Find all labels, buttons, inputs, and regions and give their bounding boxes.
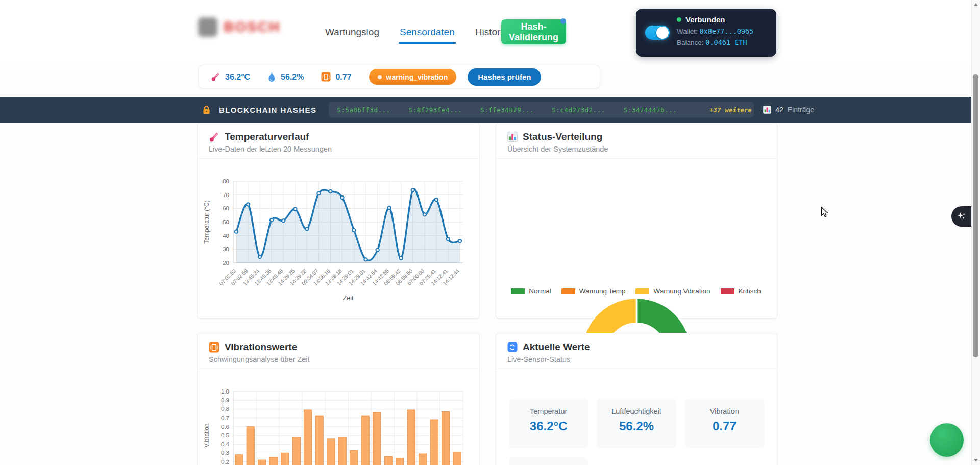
hash-entry: S:8f293fe4... — [409, 106, 462, 114]
stat-label: Temperatur — [509, 407, 588, 415]
bar-chart-icon — [507, 132, 518, 142]
svg-text:0.2: 0.2 — [221, 459, 229, 465]
sparkles-icon — [957, 211, 967, 222]
card-title: Temperaturverlauf — [225, 131, 309, 142]
scrollbar-down-arrow[interactable] — [974, 459, 978, 462]
hash-validation-button[interactable]: Hash-Validierung — [501, 19, 566, 44]
toggle-knob — [656, 27, 669, 39]
card-title-row: Status-Verteilung — [507, 131, 766, 142]
stat-box-humidity: Luftfeuchtigkeit 56.2% — [597, 399, 676, 448]
temperature-chip: 36.2°C — [211, 72, 250, 82]
legend-label: Warnung Temp — [579, 287, 626, 295]
svg-text:80: 80 — [223, 178, 229, 184]
stat-value: 36.2°C — [509, 419, 588, 433]
svg-text:0.6: 0.6 — [221, 424, 229, 430]
wallet-status: Verbunden — [677, 15, 753, 24]
blockchain-hashes-bar: BLOCKCHAIN HASHES S:5a0bff3d... S:8f293f… — [0, 97, 980, 123]
wallet-info: Verbunden Wallet: 0x8e77...0965 Balance:… — [677, 15, 753, 46]
svg-text:Vibration: Vibration — [203, 423, 210, 447]
humidity-value: 56.2% — [281, 72, 304, 82]
blockchain-title: BLOCKCHAIN HASHES — [219, 106, 316, 114]
legend-item-normal: Normal — [511, 287, 551, 295]
refresh-icon — [507, 342, 518, 352]
card-title-row: Vibrationswerte — [209, 341, 468, 353]
stat-label: Vibration — [685, 407, 764, 415]
hash-entry: S:c4d273d2... — [552, 106, 605, 114]
connected-dot-icon — [677, 17, 681, 22]
svg-text:40: 40 — [223, 233, 229, 239]
card-header: Temperaturverlauf Live-Daten der letzten… — [198, 123, 479, 159]
lock-icon — [202, 105, 211, 115]
vibration-bar-chart: 1.00.90.80.70.60.50.40.30.20.107:02:5207… — [202, 380, 472, 465]
badge-dot-icon — [378, 75, 382, 79]
card-subtitle: Live-Daten der letzten 20 Messungen — [209, 145, 468, 153]
sensor-status-bar: 36.2°C 56.2% 0.77 warning_vibration Hash… — [198, 65, 600, 89]
stat-box-temperature: Temperatur 36.2°C — [509, 399, 588, 448]
svg-text:Temperatur (°C): Temperatur (°C) — [203, 200, 210, 243]
balance-value: 0.0461 ETH — [705, 38, 747, 46]
hash-entry: S:3474447b... — [624, 106, 677, 114]
vibration-chip: 0.77 — [321, 72, 351, 82]
stat-label: Luftfeuchtigkeit — [597, 407, 676, 415]
svg-text:0.7: 0.7 — [221, 415, 229, 421]
vibration-chart-card: Vibrationswerte Schwingungsanalyse über … — [197, 333, 480, 465]
svg-text:50: 50 — [223, 219, 229, 225]
card-title: Vibrationswerte — [225, 341, 297, 353]
svg-text:60: 60 — [223, 205, 229, 211]
entries-count-value: 42 — [775, 106, 783, 114]
bar-chart-icon — [763, 106, 771, 114]
legend-item-warnung-vibration: Warnung Vibration — [635, 287, 710, 295]
card-header: Vibrationswerte Schwingungsanalyse über … — [198, 333, 479, 369]
nav-item-wartungslog[interactable]: Wartungslog — [325, 27, 379, 43]
entries-count: 42 Einträge — [763, 106, 814, 114]
svg-text:0.3: 0.3 — [221, 450, 229, 456]
wallet-status-label: Verbunden — [685, 15, 725, 24]
svg-text:0.9: 0.9 — [221, 397, 229, 403]
legend-swatch — [721, 288, 734, 294]
balance-label: Balance: — [677, 39, 704, 46]
legend-item-kritisch: Kritisch — [721, 287, 761, 295]
vibration-value: 0.77 — [335, 72, 351, 82]
svg-text:70: 70 — [223, 192, 229, 198]
thermometer-icon — [211, 72, 220, 82]
current-values-card: Aktuelle Werte Live-Sensor-Status Temper… — [496, 333, 777, 465]
warning-badge-label: warning_vibration — [386, 73, 448, 81]
mouse-cursor — [821, 207, 829, 218]
entries-count-label: Einträge — [788, 106, 814, 114]
scrollbar[interactable] — [971, 0, 980, 465]
main-nav: Wartungslog Sensordaten Historie — [325, 27, 508, 43]
svg-text:Zeit: Zeit — [343, 295, 354, 302]
wallet-address-row: Wallet: 0x8e77...0965 — [677, 27, 753, 35]
legend-label: Warnung Vibration — [653, 287, 710, 295]
wallet-address: 0x8e77...0965 — [700, 27, 754, 35]
hash-entry: S:ffe34879... — [480, 106, 533, 114]
svg-text:0.4: 0.4 — [221, 441, 230, 447]
nav-item-sensordaten[interactable]: Sensordaten — [400, 27, 455, 43]
wallet-balance-row: Balance: 0.0461 ETH — [677, 38, 753, 46]
bosch-logo: BOSCH — [198, 17, 280, 37]
top-header: BOSCH Wartungslog Sensordaten Historie H… — [0, 0, 980, 65]
chat-fab-button[interactable] — [930, 423, 964, 457]
card-subtitle: Schwingungsanalyse über Zeit — [209, 355, 468, 363]
card-title-row: Aktuelle Werte — [507, 341, 766, 353]
temperature-value: 36.2°C — [225, 72, 250, 82]
svg-text:20: 20 — [223, 260, 229, 266]
check-hashes-button[interactable]: Hashes prüfen — [468, 68, 541, 86]
hash-entry: S:5a0bff3d... — [337, 106, 390, 114]
card-header: Status-Verteilung Übersicht der Systemzu… — [496, 123, 777, 159]
notification-dot — [560, 18, 566, 24]
droplet-icon — [267, 72, 276, 82]
logo-mark — [198, 17, 217, 37]
svg-text:30: 30 — [223, 246, 229, 252]
scrollbar-up-arrow[interactable] — [974, 3, 978, 6]
wallet-toggle[interactable] — [645, 26, 670, 40]
legend-swatch — [635, 288, 649, 294]
wallet-widget: Verbunden Wallet: 0x8e77...0965 Balance:… — [636, 9, 776, 57]
hash-strip: S:5a0bff3d... S:8f293fe4... S:ffe34879..… — [329, 102, 754, 117]
scrollbar-thumb[interactable] — [973, 74, 978, 357]
stat-box-vibration: Vibration 0.77 — [685, 399, 764, 448]
ai-assistant-tab[interactable] — [951, 206, 972, 227]
more-hashes-link[interactable]: +37 weitere — [709, 106, 752, 114]
stat-value: 0.77 — [685, 419, 764, 433]
stats-grid: Temperatur 36.2°C Luftfeuchtigkeit 56.2%… — [509, 399, 764, 448]
